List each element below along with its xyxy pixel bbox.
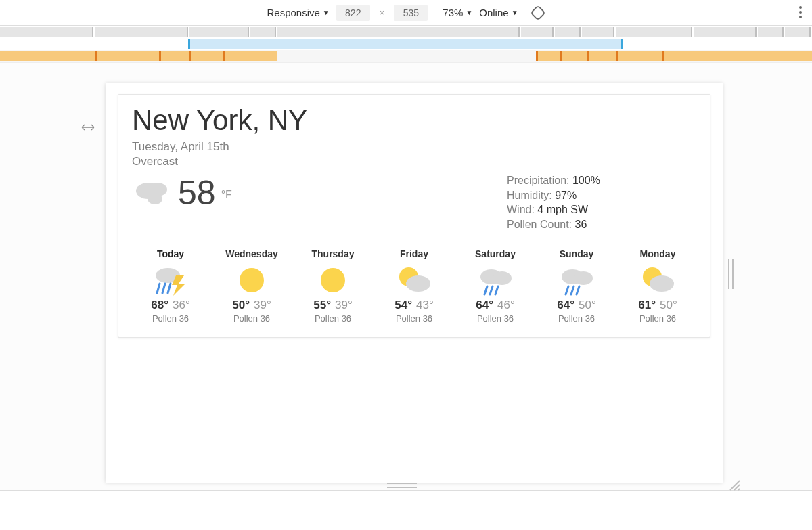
mq-breakpoint[interactable]	[277, 27, 520, 37]
viewport-width-input[interactable]	[336, 5, 370, 21]
temp-low: 50°	[579, 299, 596, 311]
pollen-text: Pollen 36	[294, 313, 371, 324]
more-vertical-icon	[798, 4, 803, 20]
current-stats: Precipitation: 100% Humidity: 97% Wind: …	[507, 173, 696, 231]
mq-breakpoint[interactable]	[582, 27, 614, 37]
mq-breakpoint[interactable]	[785, 27, 811, 37]
mq-breakpoint[interactable]	[694, 27, 757, 37]
mq-min-mark[interactable]	[159, 51, 161, 61]
svg-point-1	[799, 6, 802, 9]
weather-icon-partly	[637, 265, 678, 296]
resize-handle-south[interactable]	[387, 483, 417, 488]
humidity-value: 97%	[552, 190, 577, 201]
pollen-text: Pollen 36	[376, 313, 453, 324]
day-name: Wednesday	[213, 248, 290, 259]
devtools-device-mode: Responsive ▼ × 73% ▼ Online ▼	[0, 0, 812, 530]
throttling-picker[interactable]: Online ▼	[479, 7, 518, 18]
svg-point-12	[240, 268, 264, 292]
precip-value: 100%	[570, 175, 600, 186]
svg-line-25	[577, 286, 579, 294]
forecast-day[interactable]: Monday61°50°Pollen 36	[619, 248, 696, 324]
more-options-button[interactable]	[798, 4, 803, 22]
mq-min-mark[interactable]	[95, 51, 97, 61]
forecast-day[interactable]: Friday54°43°Pollen 36	[376, 248, 453, 324]
svg-point-27	[650, 275, 674, 292]
wind-value: 4 mph SW	[535, 204, 588, 215]
svg-line-23	[566, 286, 568, 294]
mq-track-range[interactable]	[0, 38, 812, 50]
mq-breakpoint[interactable]	[95, 27, 188, 37]
svg-line-19	[490, 286, 493, 294]
date-text: Tuesday, April 15th	[132, 139, 696, 154]
temp-high: 68°	[151, 299, 168, 311]
day-name: Today	[132, 248, 209, 259]
chevron-down-icon: ▼	[512, 9, 518, 16]
mq-min-mark[interactable]	[662, 51, 664, 61]
mq-min-mark[interactable]	[536, 51, 538, 61]
drawer-divider	[0, 490, 812, 491]
svg-point-6	[148, 194, 162, 204]
viewport-height-input[interactable]	[394, 5, 428, 21]
svg-line-10	[168, 284, 171, 293]
pollen-text: Pollen 36	[619, 313, 696, 324]
resize-handle-west[interactable]	[81, 123, 95, 135]
rotate-icon	[527, 2, 548, 23]
svg-rect-0	[531, 5, 545, 20]
pollen-label: Pollen Count:	[507, 219, 572, 230]
device-mode-toolbar: Responsive ▼ × 73% ▼ Online ▼	[0, 0, 812, 26]
device-stage: New York, NY Tuesday, April 15th Overcas…	[0, 63, 812, 490]
temp-high: 55°	[313, 299, 331, 311]
pollen-text: Pollen 36	[132, 313, 209, 324]
mq-min-mark[interactable]	[189, 51, 191, 61]
mq-breakpoint[interactable]	[521, 27, 554, 37]
weather-icon-storm	[150, 265, 191, 296]
mq-min-mark[interactable]	[587, 51, 589, 61]
mq-track-max[interactable]	[0, 26, 812, 38]
weather-icon-showers	[475, 265, 516, 296]
humidity-label: Humidity:	[507, 190, 552, 201]
throttling-label: Online	[479, 7, 508, 18]
zoom-picker[interactable]: 73% ▼	[443, 7, 472, 18]
rotate-device-button[interactable]	[531, 5, 545, 20]
mq-breakpoint[interactable]	[0, 27, 93, 37]
mq-min-band[interactable]	[0, 51, 277, 61]
mq-breakpoint[interactable]	[189, 27, 249, 37]
day-name: Sunday	[538, 248, 615, 259]
day-name: Monday	[619, 248, 696, 259]
day-name: Saturday	[457, 248, 534, 259]
forecast-day[interactable]: Saturday64°46°Pollen 36	[457, 248, 534, 324]
mq-min-mark[interactable]	[223, 51, 225, 61]
mq-range[interactable]	[188, 39, 623, 49]
resize-handle-east[interactable]	[728, 259, 734, 289]
forecast-day[interactable]: Wednesday50°39°Pollen 36	[213, 248, 290, 324]
forecast-row: Today68°36°Pollen 36Wednesday50°39°Polle…	[132, 248, 696, 324]
mq-min-mark[interactable]	[560, 51, 562, 61]
temp-low: 43°	[416, 299, 434, 311]
dimension-separator: ×	[380, 7, 385, 18]
mq-min-band[interactable]	[536, 51, 812, 61]
device-picker-label: Responsive	[267, 7, 319, 18]
mq-breakpoint[interactable]	[250, 27, 276, 37]
svg-point-17	[493, 271, 512, 285]
resize-handle-southeast[interactable]	[728, 479, 740, 491]
svg-point-2	[799, 11, 802, 14]
pollen-text: Pollen 36	[457, 313, 534, 324]
temp-low: 39°	[335, 299, 353, 311]
forecast-day[interactable]: Today68°36°Pollen 36	[132, 248, 209, 324]
mq-breakpoint[interactable]	[616, 27, 692, 37]
mq-min-mark[interactable]	[616, 51, 618, 61]
svg-point-13	[321, 268, 345, 292]
forecast-day[interactable]: Sunday64°50°Pollen 36	[538, 248, 615, 324]
temp-high: 54°	[394, 299, 412, 311]
device-picker[interactable]: Responsive ▼	[267, 7, 329, 18]
svg-line-24	[571, 286, 574, 294]
mq-track-min[interactable]	[0, 50, 812, 62]
day-name: Friday	[376, 248, 453, 259]
pollen-text: Pollen 36	[213, 313, 290, 324]
mq-breakpoint[interactable]	[555, 27, 581, 37]
mq-breakpoint[interactable]	[758, 27, 784, 37]
wind-label: Wind:	[507, 204, 535, 215]
forecast-day[interactable]: Thursday55°39°Pollen 36	[294, 248, 371, 324]
temp-low: 36°	[173, 299, 190, 311]
overcast-icon	[132, 176, 173, 210]
